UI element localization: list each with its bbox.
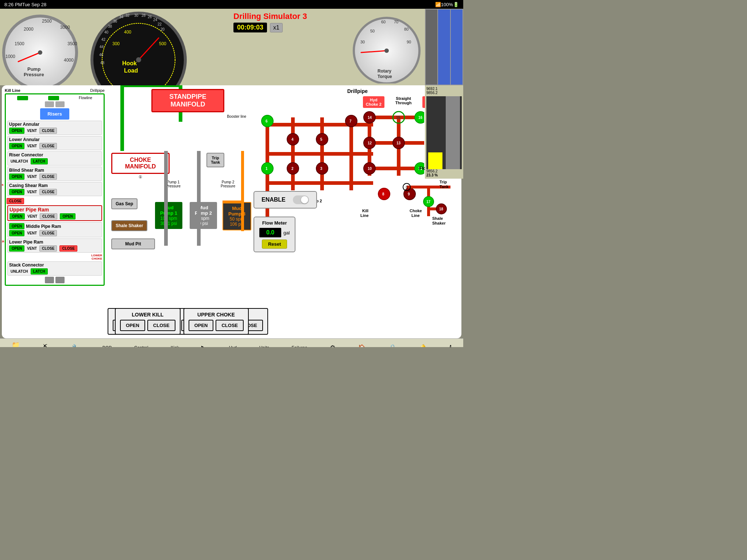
svg-text:3500: 3500 xyxy=(67,41,77,46)
svg-text:Torque: Torque xyxy=(378,74,392,79)
nav-icon1[interactable]: ⛏ xyxy=(43,344,50,347)
lower-annular-close-btn[interactable]: CLOSE xyxy=(39,143,57,149)
upper-choke-open-btn[interactable]: OPEN xyxy=(189,320,214,331)
nav-kick[interactable]: Kick xyxy=(171,345,179,347)
blind-shear-vent-btn[interactable]: VENT xyxy=(26,174,38,180)
lower-kill-open-btn[interactable]: OPEN xyxy=(120,320,145,331)
center-diagram: STANDPIPEMANIFOLD Booster line CHOKEMANI… xyxy=(108,85,253,338)
svg-point-35 xyxy=(136,57,141,62)
lower-kill-panel: LOWER KILL OPEN CLOSE xyxy=(115,308,181,335)
upper-annular-vent-btn[interactable]: VENT xyxy=(26,128,38,134)
svg-text:Pump: Pump xyxy=(27,66,40,72)
nav-bop-label: BOP xyxy=(102,345,112,347)
casing-shear-vent-btn[interactable]: VENT xyxy=(26,189,38,195)
battery-icon: 🔋 xyxy=(453,2,459,7)
nav-icon2[interactable]: 🔧 xyxy=(72,344,80,347)
svg-text:1000: 1000 xyxy=(5,54,15,59)
blind-shear-open-btn[interactable]: OPEN xyxy=(9,174,24,180)
nav-failures[interactable]: Failures xyxy=(292,345,307,347)
svg-text:1500: 1500 xyxy=(15,41,24,46)
svg-text:Tank: Tank xyxy=(440,184,449,189)
lower-pipe-ram-close-btn[interactable]: CLOSE xyxy=(39,245,57,252)
svg-text:3000: 3000 xyxy=(60,25,70,30)
upper-choke-panel-title: UPPER CHOKE xyxy=(189,312,244,318)
upper-choke-close-btn[interactable]: CLOSE xyxy=(216,320,244,331)
svg-text:300: 300 xyxy=(112,41,120,46)
lower-pipe-ram-open-btn[interactable]: OPEN xyxy=(9,245,24,252)
info-icon: ℹ xyxy=(449,344,452,347)
rotary-torque-gauge: 50 60 70 80 30 90 Rotary Torque xyxy=(350,11,423,83)
casing-shear-open-btn[interactable]: OPEN xyxy=(9,189,24,195)
svg-text:34: 34 xyxy=(119,15,124,19)
upper-choke-panel: UPPER CHOKE OPEN CLOSE xyxy=(183,308,249,335)
svg-text:5: 5 xyxy=(320,137,322,141)
settings-icon: ⚙ xyxy=(330,344,336,347)
flow-unit: gal xyxy=(283,230,290,236)
lower-annular-open-btn[interactable]: OPEN xyxy=(9,143,24,149)
status-date: Tue Sep 28 xyxy=(22,2,46,7)
nav-bop[interactable]: BOP xyxy=(102,345,112,347)
middle-pipe-ram-close-btn[interactable]: CLOSE xyxy=(39,230,57,236)
bar-value-1: 9692.1 xyxy=(426,87,462,91)
flow-reset-btn[interactable]: Reset xyxy=(262,240,287,249)
lower-pipe-ram-close-indicator[interactable]: CLOSE xyxy=(59,245,77,252)
upper-kill-side-label: UPPERKILL xyxy=(2,184,4,190)
svg-text:80: 80 xyxy=(404,27,409,31)
middle-pipe-open-indicator[interactable]: OPEN xyxy=(9,223,24,229)
flowline-svg: ① 17 18 Trip Tank Shale Shaker xyxy=(399,172,458,231)
files-icon: 📁 xyxy=(12,341,20,347)
nav-info[interactable]: ℹ xyxy=(449,344,452,347)
upper-pipe-ram-close-btn[interactable]: CLOSE xyxy=(40,213,57,219)
nav-control-label: Control xyxy=(134,345,148,347)
play-icon: ▶ xyxy=(201,344,206,347)
nav-play[interactable]: ▶ xyxy=(201,344,206,347)
nav-control[interactable]: Control xyxy=(134,345,148,347)
mud-pump2-box: MudPump 2 0 spm 0 psi xyxy=(190,202,217,229)
nav-lock[interactable]: 🔒 xyxy=(388,344,396,347)
bop-diagram: Kill Line Drillpipe Flowline Ri xyxy=(2,85,108,338)
nav-settings[interactable]: ⚙ xyxy=(330,344,336,347)
lower-kill-close-btn[interactable]: CLOSE xyxy=(147,320,175,331)
bottom-nav: 📁 Files ⛏ 🔧 BOP Control Kick ▶ Hyd Units… xyxy=(0,338,463,347)
sim-speed[interactable]: x1 xyxy=(270,23,283,32)
upper-pipe-ram-vent-btn[interactable]: VENT xyxy=(26,213,39,219)
enable-toggle[interactable] xyxy=(293,195,309,204)
svg-text:2: 2 xyxy=(291,167,294,171)
pump-pressure-gauge: 1500 1000 2000 2500 3000 3500 4000 Pump … xyxy=(0,9,80,85)
stack-connector-latch-btn[interactable]: LATCH xyxy=(31,268,48,275)
nav-files[interactable]: 📁 Files xyxy=(11,341,20,347)
riser-connector-unlatch-btn[interactable]: UNLATCH xyxy=(9,158,30,164)
upper-choke-open-indicator[interactable]: OPEN xyxy=(60,213,75,219)
sim-timer[interactable]: 00:09:03 xyxy=(233,23,267,32)
riser-connector-label: Riser Connector xyxy=(9,152,43,158)
blind-shear-close-btn[interactable]: CLOSE xyxy=(39,174,57,180)
nav-units[interactable]: Units xyxy=(259,345,269,347)
nav-bell[interactable]: 🔔 xyxy=(419,344,427,347)
svg-point-46 xyxy=(384,48,389,53)
right-sidebar: 9692.1 9856.2 9856.2 23.3 % xyxy=(425,85,463,179)
svg-text:500: 500 xyxy=(159,41,166,46)
drillpipe-top-label: Drillpipe xyxy=(90,88,105,93)
booster-line-label: Booster line xyxy=(227,114,246,118)
upper-kill-close-btn[interactable]: CLOSE xyxy=(7,198,24,204)
middle-pipe-ram-vent-btn[interactable]: VENT xyxy=(26,230,38,236)
casing-shear-close-btn[interactable]: CLOSE xyxy=(39,189,57,195)
lower-annular-vent-btn[interactable]: VENT xyxy=(26,143,38,149)
svg-text:Kill: Kill xyxy=(362,209,368,213)
lower-annular-component: Lower Annular OPEN VENT CLOSE xyxy=(7,136,102,150)
stack-connector-unlatch-btn[interactable]: UNLATCH xyxy=(9,268,30,275)
svg-text:2500: 2500 xyxy=(42,19,52,24)
lower-pipe-ram-label: Lower Pipe Ram xyxy=(9,240,43,245)
upper-pipe-ram-open-btn[interactable]: OPEN xyxy=(9,213,25,219)
svg-text:8: 8 xyxy=(382,192,384,196)
upper-annular-open-btn[interactable]: OPEN xyxy=(9,128,24,134)
mud-pump3-box: MudPump 3 50 spm 106 psi xyxy=(222,202,251,230)
middle-pipe-ram-open-btn[interactable]: OPEN xyxy=(9,230,24,236)
riser-connector-latch-btn[interactable]: LATCH xyxy=(31,158,48,164)
bar-value-3: 9856.2 xyxy=(426,169,462,173)
upper-annular-close-btn[interactable]: CLOSE xyxy=(39,128,57,134)
nav-home[interactable]: 🏠 xyxy=(358,344,366,347)
lower-pipe-ram-vent-btn[interactable]: VENT xyxy=(26,245,38,252)
svg-text:400: 400 xyxy=(124,30,131,35)
nav-hyd[interactable]: Hyd xyxy=(229,345,237,347)
